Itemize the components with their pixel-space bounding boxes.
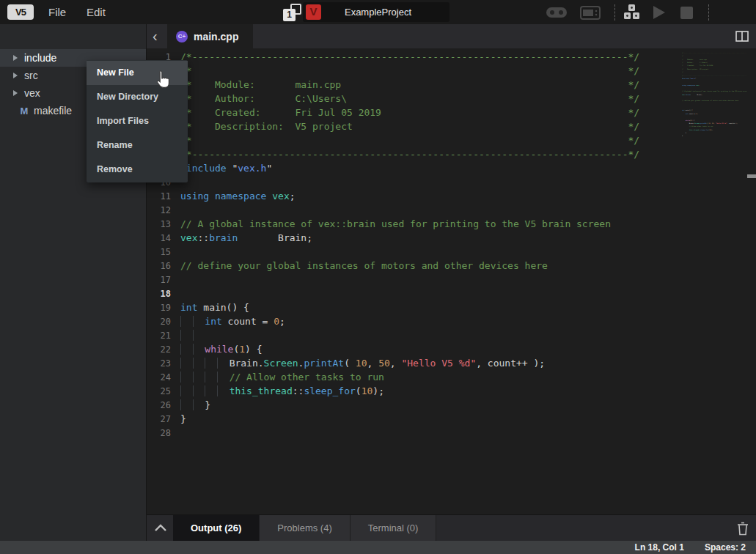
code-line-14[interactable]: 14vex::brain Brain; bbox=[147, 231, 639, 245]
indent-guide bbox=[193, 330, 205, 341]
context-menu-item-rename[interactable]: Rename bbox=[87, 133, 188, 158]
code-line-2[interactable]: 2/* */ bbox=[147, 64, 639, 78]
code-lines: 1/*-------------------------------------… bbox=[147, 50, 639, 440]
expand-panel-chevron-icon[interactable] bbox=[154, 523, 167, 532]
code-token: Screen bbox=[264, 358, 298, 369]
play-icon bbox=[653, 6, 665, 19]
code-token: // A global instance of vex::brain used … bbox=[180, 218, 611, 229]
chevron-right-icon bbox=[13, 55, 18, 61]
indent-guide bbox=[193, 372, 205, 383]
indent-guide bbox=[180, 385, 193, 396]
controller-icon bbox=[546, 5, 568, 20]
code-line-25[interactable]: 25 this_thread::sleep_for(10); bbox=[147, 384, 639, 398]
code-line-21[interactable]: 21 bbox=[147, 328, 639, 342]
menu-edit[interactable]: Edit bbox=[87, 0, 106, 24]
code-line-20[interactable]: 20 int count = 0; bbox=[147, 314, 639, 328]
bottom-panel-bar: Output (26)Problems (4)Terminal (0) bbox=[147, 514, 756, 541]
code-token: Brain; bbox=[238, 232, 312, 243]
makefile-icon: M bbox=[19, 106, 29, 117]
code-token: ; bbox=[290, 191, 296, 202]
panel-tab-problems[interactable]: Problems (4) bbox=[260, 515, 350, 542]
code-token: int bbox=[180, 302, 197, 313]
code-token: /* */ bbox=[180, 65, 639, 76]
code-token: /*--------------------------------------… bbox=[180, 51, 639, 62]
chevron-right-icon bbox=[13, 73, 18, 78]
tree-item-label: src bbox=[24, 70, 38, 81]
indent-guide bbox=[217, 385, 230, 396]
tab-main-cpp[interactable]: C+ main.cpp bbox=[167, 24, 253, 48]
slot-icon[interactable]: 1 bbox=[283, 4, 301, 21]
scrollbar-thumb[interactable] bbox=[747, 174, 756, 178]
code-token: // Allow other tasks to run bbox=[230, 372, 384, 383]
context-menu-item-new-file[interactable]: New File bbox=[87, 61, 188, 85]
panel-tab-output[interactable]: Output (26) bbox=[173, 515, 260, 542]
tree-item-label: include bbox=[24, 52, 56, 64]
code-token: " bbox=[227, 163, 238, 174]
indent-setting[interactable]: Spaces: 2 bbox=[705, 542, 746, 553]
trash-icon[interactable] bbox=[737, 522, 749, 536]
code-line-10[interactable]: 10 bbox=[147, 175, 639, 189]
slot-number: 1 bbox=[283, 9, 296, 21]
cursor-position[interactable]: Ln 18, Col 1 bbox=[635, 542, 684, 553]
indent-guide bbox=[180, 330, 193, 341]
indent-guide bbox=[217, 372, 230, 383]
code-editor[interactable]: 1/*-------------------------------------… bbox=[147, 48, 756, 514]
code-line-26[interactable]: 26 } bbox=[147, 398, 639, 412]
code-token: ( bbox=[356, 385, 362, 396]
code-token: 10 bbox=[356, 358, 367, 369]
code-token: vex.h bbox=[238, 163, 266, 174]
code-line-17[interactable]: 17 bbox=[147, 273, 639, 287]
code-line-24[interactable]: 24 // Allow other tasks to run bbox=[147, 370, 639, 384]
panel-tabs: Output (26)Problems (4)Terminal (0) bbox=[173, 515, 436, 542]
minimap[interactable]: /*--------------------------------------… bbox=[682, 51, 746, 141]
menu-file[interactable]: File bbox=[48, 0, 66, 24]
code-line-1[interactable]: 1/*-------------------------------------… bbox=[147, 50, 639, 64]
code-line-7[interactable]: 7/* */ bbox=[147, 133, 639, 147]
context-menu-item-import-files[interactable]: Import Files bbox=[87, 109, 188, 133]
editor-tab-bar: ‹ C+ main.cpp bbox=[147, 24, 756, 48]
code-line-22[interactable]: 22 while(1) { bbox=[147, 342, 639, 356]
code-line-9[interactable]: 9#include "vex.h" bbox=[147, 161, 639, 175]
split-editor-icon[interactable] bbox=[735, 31, 749, 42]
line-number: 26 bbox=[147, 399, 180, 413]
code-line-8[interactable]: 8/*-------------------------------------… bbox=[147, 147, 639, 161]
context-menu-item-new-directory[interactable]: New Directory bbox=[87, 85, 188, 109]
code-line-19[interactable]: 19int main() { bbox=[147, 300, 639, 314]
toolbar-separator bbox=[614, 4, 615, 21]
code-line-3[interactable]: 3/* Module: main.cpp */ bbox=[147, 78, 639, 92]
code-line-5[interactable]: 5/* Created: Fri Jul 05 2019 */ bbox=[147, 106, 639, 119]
minimap-line: /* */ bbox=[682, 70, 746, 73]
code-token: 0 bbox=[274, 316, 279, 327]
line-number: 13 bbox=[147, 218, 180, 232]
code-line-28[interactable]: 28 bbox=[147, 426, 639, 440]
code-token: // define your global instances of motor… bbox=[180, 260, 548, 271]
indent-guide bbox=[193, 316, 205, 327]
project-widget[interactable]: V ExampleProject bbox=[303, 2, 449, 22]
line-number: 14 bbox=[147, 232, 180, 245]
code-line-4[interactable]: 4/* Author: C:\Users\ */ bbox=[147, 92, 639, 106]
code-line-12[interactable]: 12 bbox=[147, 203, 639, 217]
back-chevron-icon[interactable]: ‹ bbox=[153, 29, 163, 43]
code-token: } bbox=[205, 399, 210, 410]
code-token: 10 bbox=[362, 385, 373, 396]
code-line-15[interactable]: 15 bbox=[147, 245, 639, 259]
line-number: 23 bbox=[147, 357, 180, 371]
code-token: , bbox=[367, 358, 379, 369]
toolbar-separator bbox=[708, 4, 709, 21]
code-line-18[interactable]: 18 bbox=[147, 287, 639, 300]
code-line-6[interactable]: 6/* Description: V5 project */ bbox=[147, 119, 639, 133]
code-token: ); bbox=[373, 385, 384, 396]
code-token: sleep_for bbox=[304, 385, 355, 396]
code-token: /* Author: C:\Users\ */ bbox=[180, 93, 639, 104]
context-menu-item-remove[interactable]: Remove bbox=[87, 158, 188, 182]
code-line-23[interactable]: 23 Brain.Screen.printAt( 10, 50, "Hello … bbox=[147, 356, 639, 370]
line-number: 20 bbox=[147, 315, 180, 329]
panel-tab-terminal[interactable]: Terminal (0) bbox=[351, 515, 437, 542]
code-line-13[interactable]: 13// A global instance of vex::brain use… bbox=[147, 217, 639, 231]
code-line-27[interactable]: 27} bbox=[147, 412, 639, 426]
code-token: vex bbox=[272, 191, 289, 202]
chevron-right-icon bbox=[13, 90, 18, 96]
code-line-16[interactable]: 16// define your global instances of mot… bbox=[147, 259, 639, 273]
download-cubes-icon[interactable] bbox=[623, 4, 641, 21]
code-line-11[interactable]: 11using namespace vex; bbox=[147, 189, 639, 203]
